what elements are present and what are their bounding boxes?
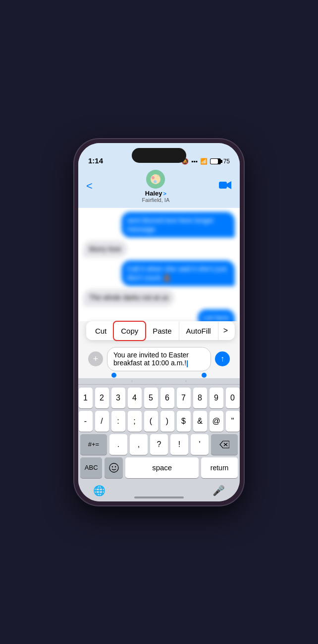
input-row: + You are invited to Easter breakfast at… (83, 344, 235, 375)
keyboard: 1 2 3 4 5 6 7 8 9 0 - / : ; ( ) $ & (78, 385, 240, 483)
message-bubble-3[interactable]: Call it when she said it she's just don'… (121, 260, 235, 286)
autocomplete-bar (78, 378, 240, 385)
contact-name: Haley> (145, 190, 166, 197)
send-button[interactable]: ↑ (215, 351, 230, 366)
message-bubble-2[interactable]: blurry love (83, 241, 127, 257)
key-slash[interactable]: / (95, 411, 109, 432)
autocomplete-2[interactable] (132, 380, 186, 382)
message-wrapper-5: Let here blurry meta (83, 309, 235, 322)
contact-avatar (146, 170, 165, 189)
svg-rect-6 (219, 182, 227, 189)
svg-point-5 (157, 175, 159, 177)
key-colon[interactable]: : (111, 411, 125, 432)
key-7[interactable]: 7 (177, 388, 191, 408)
signal-icon: ▪▪▪ (191, 158, 198, 165)
context-more[interactable]: > (218, 321, 233, 340)
nav-bar: < Haley> Fairfield, IA (78, 168, 240, 208)
dynamic-island (132, 148, 186, 163)
message-bubble-1[interactable]: sent blurred text here longer message (121, 212, 235, 238)
keyboard-row-1: 1 2 3 4 5 6 7 8 9 0 (80, 388, 238, 408)
key-comma[interactable]: , (130, 434, 148, 455)
key-dollar[interactable]: $ (177, 411, 191, 432)
globe-icon[interactable]: 🌐 (93, 485, 106, 496)
messages-area: sent blurred text here longer message bl… (78, 208, 240, 322)
message-bubble-5[interactable]: Let here (198, 309, 235, 322)
svg-point-11 (112, 466, 113, 467)
phone-frame: 1:14 🔕 ▪▪▪ 📶 75 < (74, 139, 244, 505)
message-wrapper-2: blurry love (83, 241, 235, 257)
key-minus[interactable]: - (79, 411, 93, 432)
key-space[interactable]: space (125, 457, 199, 478)
key-at[interactable]: @ (210, 411, 223, 432)
phone-screen: 1:14 🔕 ▪▪▪ 📶 75 < (78, 143, 240, 501)
key-amp[interactable]: & (193, 411, 207, 432)
autocomplete-3[interactable] (186, 380, 240, 382)
key-return[interactable]: return (201, 457, 238, 478)
context-autofill[interactable]: AutoFill (179, 322, 218, 340)
battery-tip (221, 160, 222, 163)
svg-marker-7 (227, 181, 231, 189)
key-2[interactable]: 2 (95, 388, 109, 408)
key-period[interactable]: . (109, 434, 127, 455)
key-5[interactable]: 5 (144, 388, 158, 408)
battery-percent: 75 (223, 158, 230, 165)
nav-center[interactable]: Haley> Fairfield, IA (142, 170, 170, 203)
mic-icon[interactable]: 🎤 (212, 485, 225, 496)
text-cursor (187, 360, 188, 367)
key-0[interactable]: 0 (226, 388, 240, 408)
key-rparen[interactable]: ) (160, 411, 174, 432)
add-button[interactable]: + (88, 351, 103, 366)
key-question[interactable]: ? (150, 434, 168, 455)
bottom-bar: 🌐 🎤 (78, 483, 240, 501)
contact-subtitle: Fairfield, IA (142, 197, 170, 203)
key-semicolon[interactable]: ; (128, 411, 142, 432)
key-emoji[interactable] (105, 457, 123, 478)
status-time: 1:14 (88, 156, 103, 165)
keyboard-row-3: #+= . , ? ! ' (80, 434, 238, 455)
context-cut[interactable]: Cut (88, 322, 114, 340)
back-button[interactable]: < (86, 180, 93, 193)
message-input[interactable]: You are invited to Easter breakfast at 1… (107, 347, 211, 371)
copy-highlight-border (113, 321, 146, 341)
key-9[interactable]: 9 (210, 388, 223, 408)
keyboard-row-2: - / : ; ( ) $ & @ " (80, 411, 238, 432)
autocomplete-1[interactable] (78, 380, 132, 382)
key-3[interactable]: 3 (111, 388, 125, 408)
keyboard-row-4: ABC space return (80, 457, 238, 478)
key-1[interactable]: 1 (79, 388, 93, 408)
wifi-icon: 📶 (200, 158, 208, 165)
svg-point-3 (156, 177, 159, 180)
svg-point-12 (115, 466, 116, 467)
key-quote[interactable]: " (226, 411, 240, 432)
home-indicator (134, 496, 184, 498)
key-lparen[interactable]: ( (144, 411, 158, 432)
message-wrapper-4: The whole darks not at us (83, 289, 235, 306)
key-symbol-toggle[interactable]: #+= (80, 434, 107, 455)
key-6[interactable]: 6 (160, 388, 174, 408)
battery-icon (210, 158, 221, 164)
key-exclaim[interactable]: ! (170, 434, 188, 455)
key-abc[interactable]: ABC (80, 457, 102, 478)
message-bubble-4[interactable]: The whole darks not at us (83, 289, 174, 306)
svg-point-10 (109, 463, 118, 472)
key-apostrophe[interactable]: ' (191, 434, 209, 455)
context-paste[interactable]: Paste (146, 322, 179, 340)
status-icons: 🔕 ▪▪▪ 📶 75 (181, 158, 230, 165)
context-menu-area: Cut Copy Paste AutoFill > + You are invi… (78, 321, 240, 378)
message-wrapper-3: Call it when she said it she's just don'… (83, 260, 235, 286)
context-menu: Cut Copy Paste AutoFill > (86, 321, 235, 340)
context-copy[interactable]: Copy (114, 322, 146, 340)
selection-handle-left (111, 373, 116, 378)
input-text: You are invited to Easter breakfast at 1… (113, 351, 189, 367)
message-wrapper-1: sent blurred text here longer message (83, 212, 235, 238)
video-button[interactable] (219, 180, 232, 192)
svg-point-2 (152, 176, 155, 179)
svg-point-4 (154, 180, 157, 183)
key-4[interactable]: 4 (128, 388, 142, 408)
key-8[interactable]: 8 (193, 388, 207, 408)
battery-fill (211, 159, 218, 164)
selection-handle-right (202, 373, 207, 378)
delete-key[interactable] (211, 434, 238, 455)
